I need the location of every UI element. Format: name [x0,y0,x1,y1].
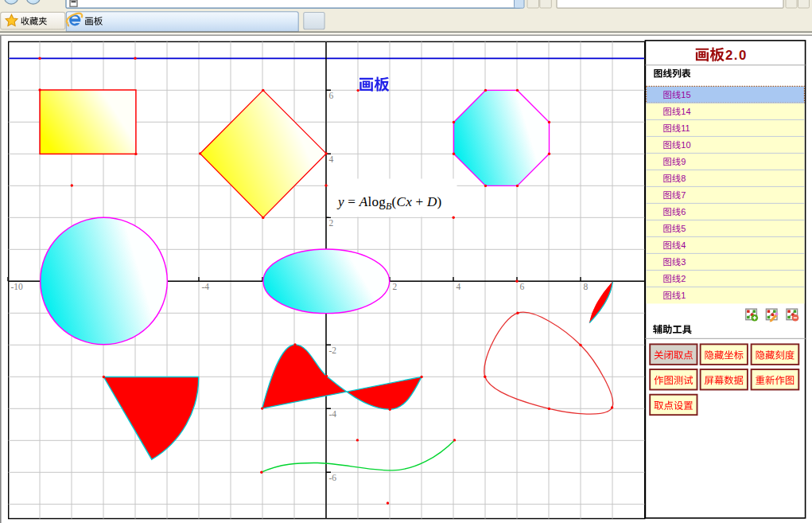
svg-text:9: 9 [681,157,686,166]
svg-text:2: 2 [329,218,334,228]
svg-text:6: 6 [329,91,334,100]
svg-text:5: 5 [681,224,686,233]
svg-text:-4: -4 [202,282,210,291]
svg-text:3: 3 [681,257,686,267]
svg-text:2: 2 [393,282,398,291]
svg-text:8: 8 [584,282,589,291]
svg-text:15: 15 [681,90,690,100]
svg-text:2.0: 2.0 [725,48,748,63]
svg-text:4: 4 [329,154,334,164]
svg-text:7: 7 [681,190,686,200]
svg-text:-4: -4 [329,409,337,419]
svg-text:-2: -2 [329,345,337,355]
svg-text:-10: -10 [11,282,24,291]
svg-text:6: 6 [681,207,686,217]
svg-text:4: 4 [457,282,461,291]
svg-text:4: 4 [681,240,686,250]
svg-text:14: 14 [681,107,690,116]
svg-text:1: 1 [681,291,686,300]
svg-text:11: 11 [681,123,690,133]
svg-text:6: 6 [520,282,525,291]
svg-text:8: 8 [681,174,686,183]
svg-text:10: 10 [681,140,690,150]
svg-text:-6: -6 [329,473,337,482]
svg-text:2: 2 [681,274,686,283]
